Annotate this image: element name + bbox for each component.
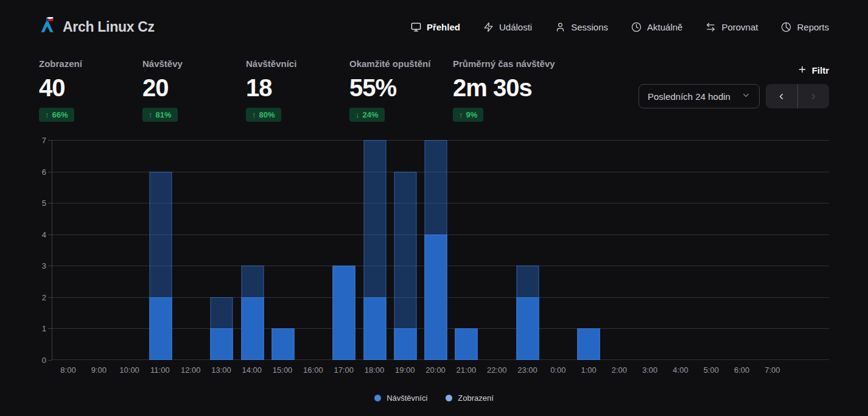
stat-change-badge: ↓24% <box>349 108 385 122</box>
date-range-value: Posledních 24 hodin <box>648 91 730 102</box>
nav-item-label: Reports <box>797 22 829 32</box>
stats-row: Zobrazení40↑66%Návštěvy20↑81%Návštěvníci… <box>39 58 829 122</box>
x-axis-tick-label: 10:00 <box>119 365 139 375</box>
page-title: Arch Linux Cz <box>63 19 155 35</box>
filter-button-label: Filtr <box>812 65 829 76</box>
chart-plot-area <box>52 140 829 360</box>
visitors-bar-20:00[interactable] <box>425 234 447 360</box>
prev-period-button[interactable] <box>766 84 797 108</box>
stat-card: Průměrný čas návštěvy2m 30s↑9% <box>453 58 556 122</box>
legend-label: Návštěvníci <box>387 393 427 403</box>
legend-dot-icon <box>446 395 452 401</box>
y-axis-tick-label: 6 <box>42 167 46 176</box>
x-axis-tick-label: 18:00 <box>365 365 385 375</box>
traffic-chart: 01234567 8:009:0010:0011:0012:0013:0014:… <box>39 140 829 404</box>
stat-label: Návštěvy <box>142 58 246 69</box>
x-axis-tick-label: 2:00 <box>612 365 627 375</box>
x-axis-tick-label: 5:00 <box>704 365 719 375</box>
nav-item-sessions[interactable]: Sessions <box>555 22 608 32</box>
legend-item-n-v-t-vn-ci[interactable]: Návštěvníci <box>374 393 427 403</box>
visitors-bar-13:00[interactable] <box>211 328 233 360</box>
x-axis-tick-label: 13:00 <box>211 365 231 375</box>
stat-change-value: 81% <box>156 110 172 119</box>
stat-value: 55% <box>349 76 453 100</box>
date-controls: Posledních 24 hodin <box>639 84 829 108</box>
y-axis-tick-label: 5 <box>42 199 46 208</box>
stat-value: 2m 30s <box>453 76 556 100</box>
visitors-bar-15:00[interactable] <box>271 328 294 360</box>
arrow-up-icon: ↑ <box>252 110 256 119</box>
header: Arch Linux Cz PřehledUdálostiSessionsAkt… <box>39 0 829 54</box>
date-range-select[interactable]: Posledních 24 hodin <box>639 84 760 108</box>
chevron-down-icon <box>741 91 751 102</box>
arch-linux-cz-logo-icon <box>39 17 55 37</box>
nav-item-p-ehled[interactable]: Přehled <box>411 22 460 32</box>
x-axis-tick-label: 19:00 <box>395 365 415 375</box>
zap-icon <box>483 22 494 32</box>
stat-change-value: 80% <box>259 110 275 119</box>
main-nav: PřehledUdálostiSessionsAktuálněPorovnatR… <box>411 22 829 32</box>
x-axis-tick-label: 17:00 <box>334 365 354 375</box>
x-axis-tick-label: 8:00 <box>60 365 75 375</box>
nav-item-label: Události <box>499 22 532 32</box>
x-axis-tick-label: 11:00 <box>150 365 170 375</box>
x-axis-tick-label: 1:00 <box>581 365 596 375</box>
stat-change-badge: ↑9% <box>453 108 483 122</box>
stat-change-badge: ↑66% <box>39 108 74 122</box>
dashboard-page: Arch Linux Cz PřehledUdálostiSessionsAkt… <box>0 0 868 416</box>
stats: Zobrazení40↑66%Návštěvy20↑81%Návštěvníci… <box>39 58 556 122</box>
y-axis-tick-label: 4 <box>42 230 46 239</box>
visitors-bar-11:00[interactable] <box>149 297 172 360</box>
nav-item-ud-losti[interactable]: Události <box>483 22 532 32</box>
stat-value: 18 <box>246 76 349 100</box>
nav-item-reports[interactable]: Reports <box>781 22 829 32</box>
visitors-bar-19:00[interactable] <box>394 328 416 360</box>
chart-x-axis: 8:009:0010:0011:0012:0013:0014:0015:0016… <box>52 365 829 376</box>
stat-card: Okamžité opuštění55%↓24% <box>349 58 453 122</box>
stat-change-badge: ↑80% <box>246 108 281 122</box>
x-axis-tick-label: 7:00 <box>765 365 780 375</box>
nav-item-label: Sessions <box>571 22 608 32</box>
nav-item-label: Porovnat <box>721 22 758 32</box>
compare-icon <box>705 22 716 32</box>
legend-dot-icon <box>374 395 381 401</box>
visitors-bar-17:00[interactable] <box>333 266 355 360</box>
nav-item-label: Aktuálně <box>647 22 682 32</box>
stat-card: Zobrazení40↑66% <box>39 58 142 122</box>
visitors-bar-14:00[interactable] <box>241 297 264 360</box>
chart-legend: NávštěvníciZobrazení <box>39 392 829 404</box>
x-axis-tick-label: 6:00 <box>734 365 749 375</box>
visitors-bar-18:00[interactable] <box>363 297 386 360</box>
visitors-bar-1:00[interactable] <box>578 328 600 360</box>
date-pager <box>766 84 829 108</box>
visitors-bar-23:00[interactable] <box>516 297 539 360</box>
legend-label: Zobrazení <box>458 393 494 403</box>
x-axis-tick-label: 0:00 <box>550 365 565 375</box>
y-axis-tick-mark <box>48 360 52 361</box>
arrow-up-icon: ↑ <box>149 110 153 119</box>
stat-value: 20 <box>142 76 246 100</box>
x-axis-tick-label: 21:00 <box>457 365 477 375</box>
visitors-bar-21:00[interactable] <box>455 328 478 360</box>
controls: Filtr Posledních 24 hodin <box>639 58 829 108</box>
filter-button[interactable]: Filtr <box>797 65 829 76</box>
legend-item-zobrazen-[interactable]: Zobrazení <box>446 393 494 403</box>
arrow-up-icon: ↑ <box>459 110 463 119</box>
nav-item-porovnat[interactable]: Porovnat <box>705 22 758 32</box>
x-axis-tick-label: 9:00 <box>91 365 107 375</box>
y-axis-tick-label: 7 <box>42 136 46 145</box>
stat-card: Návštěvníci18↑80% <box>246 58 349 122</box>
next-period-button[interactable] <box>798 84 830 108</box>
stat-label: Zobrazení <box>39 58 142 69</box>
stat-change-value: 66% <box>52 110 68 119</box>
x-axis-tick-label: 12:00 <box>181 365 201 375</box>
stat-label: Návštěvníci <box>246 58 349 69</box>
y-axis-tick-label: 3 <box>42 261 46 270</box>
nav-item-aktu-ln-[interactable]: Aktuálně <box>631 22 682 32</box>
monitor-icon <box>411 22 421 32</box>
stat-change-value: 9% <box>466 110 478 119</box>
arrow-up-icon: ↑ <box>45 110 49 119</box>
stat-label: Průměrný čas návštěvy <box>453 58 556 69</box>
y-axis-tick-label: 1 <box>42 324 46 333</box>
stat-change-badge: ↑81% <box>142 108 178 122</box>
